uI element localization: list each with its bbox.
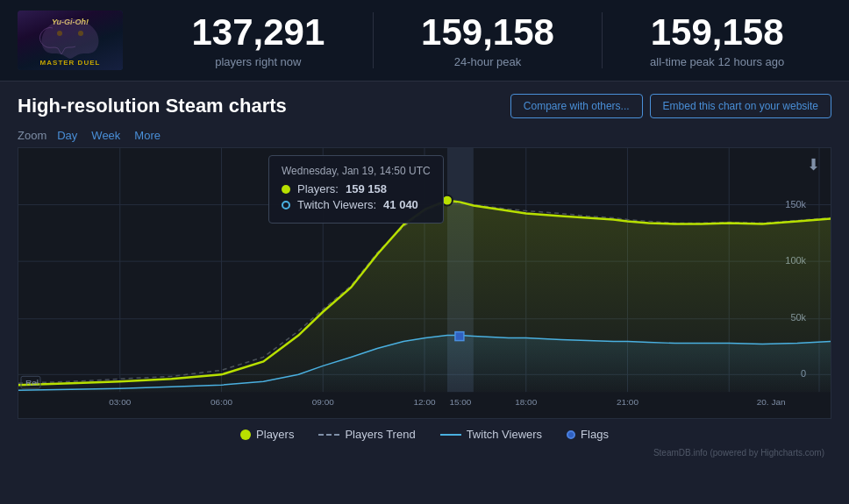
legend-trend: Players Trend <box>318 428 415 441</box>
24h-peak-number: 159,158 <box>391 12 585 53</box>
stat-24h-peak: 159,158 24-hour peak <box>374 12 603 67</box>
svg-text:15:00: 15:00 <box>449 397 471 407</box>
legend-twitch-icon <box>440 434 461 436</box>
legend-players-label: Players <box>256 428 294 441</box>
svg-text:06:00: 06:00 <box>210 397 232 407</box>
compare-button[interactable]: Compare with others... <box>510 94 643 118</box>
chart-container[interactable]: 150k 100k 50k 0 03:00 06:00 09:00 12:00 … <box>18 147 831 419</box>
stat-alltime-peak: 159,158 all-time peak 12 hours ago <box>603 12 831 67</box>
svg-text:20. Jan: 20. Jan <box>757 397 786 407</box>
svg-text:03:00: 03:00 <box>109 397 131 407</box>
svg-text:150k: 150k <box>785 199 806 209</box>
zoom-controls: Zoom Day Week More <box>18 127 831 144</box>
svg-point-30 <box>442 195 453 206</box>
stat-current-players: 137,291 players right now <box>144 12 374 67</box>
legend-trend-label: Players Trend <box>345 428 415 441</box>
current-players-label: players right now <box>161 55 355 68</box>
svg-point-0 <box>57 31 62 36</box>
zoom-week-button[interactable]: Week <box>88 127 124 144</box>
chart-buttons: Compare with others... Embed this chart … <box>510 94 831 118</box>
zoom-day-button[interactable]: Day <box>54 127 81 144</box>
svg-text:21:00: 21:00 <box>617 397 639 407</box>
legend-players-icon <box>240 429 251 440</box>
svg-text:09:00: 09:00 <box>312 397 334 407</box>
legend-flags: Flags <box>567 428 609 441</box>
alltime-peak-number: 159,158 <box>620 12 814 53</box>
legend-flags-icon <box>567 430 575 439</box>
legend-players: Players <box>240 428 294 441</box>
svg-text:18:00: 18:00 <box>515 397 537 407</box>
zoom-label: Zoom <box>18 129 46 142</box>
game-cover: Yu-Gi-Oh! MASTER DUEL <box>18 11 123 70</box>
chart-header: High-resolution Steam charts Compare wit… <box>18 94 831 118</box>
embed-button[interactable]: Embed this chart on your website <box>650 94 831 118</box>
current-players-number: 137,291 <box>161 12 355 53</box>
download-button[interactable]: ⬇ <box>807 155 820 174</box>
legend-trend-icon <box>318 434 339 436</box>
alltime-peak-label: all-time peak 12 hours ago <box>620 55 814 68</box>
chart-title: High-resolution Steam charts <box>18 95 287 117</box>
chart-footer: SteamDB.info (powered by Highcharts.com) <box>18 446 831 459</box>
svg-point-1 <box>78 31 83 36</box>
24h-peak-label: 24-hour peak <box>391 55 585 68</box>
legend-twitch: Twitch Viewers <box>440 428 542 441</box>
svg-text:12:00: 12:00 <box>414 397 436 407</box>
svg-rect-31 <box>455 332 464 341</box>
chart-svg: 150k 100k 50k 0 03:00 06:00 09:00 12:00 … <box>18 148 831 418</box>
legend-flags-label: Flags <box>581 428 609 441</box>
zoom-more-button[interactable]: More <box>131 127 164 144</box>
chart-legend: Players Players Trend Twitch Viewers Fla… <box>18 419 831 446</box>
legend-twitch-label: Twitch Viewers <box>467 428 542 441</box>
stats-bar: Yu-Gi-Oh! MASTER DUEL 137,291 players ri… <box>0 0 849 82</box>
chart-section: High-resolution Steam charts Compare wit… <box>0 82 849 459</box>
svg-text:Rel: Rel <box>25 378 39 387</box>
